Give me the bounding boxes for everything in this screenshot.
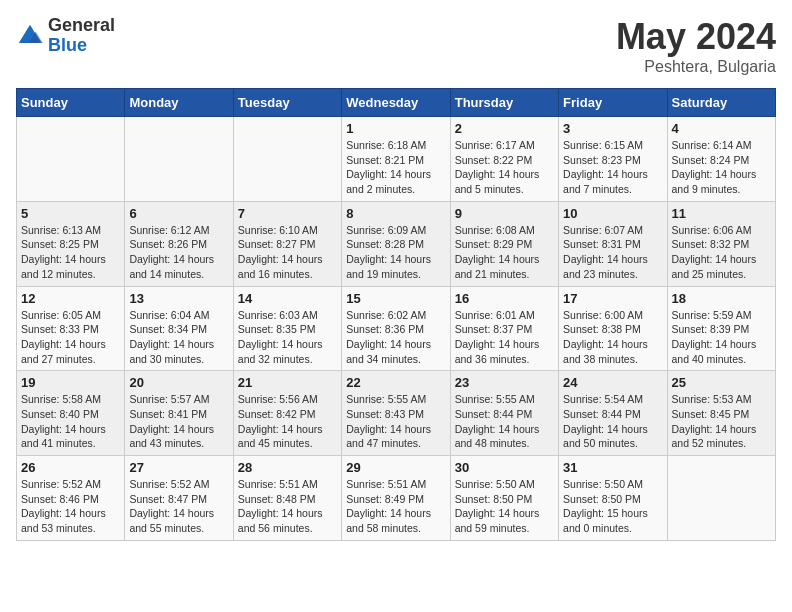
- header: General Blue May 2024 Peshtera, Bulgaria: [16, 16, 776, 76]
- day-number: 29: [346, 460, 445, 475]
- day-number: 11: [672, 206, 771, 221]
- calendar-cell: 15Sunrise: 6:02 AMSunset: 8:36 PMDayligh…: [342, 286, 450, 371]
- header-wednesday: Wednesday: [342, 89, 450, 117]
- day-number: 6: [129, 206, 228, 221]
- location-subtitle: Peshtera, Bulgaria: [616, 58, 776, 76]
- calendar-cell: 29Sunrise: 5:51 AMSunset: 8:49 PMDayligh…: [342, 456, 450, 541]
- calendar-header-row: Sunday Monday Tuesday Wednesday Thursday…: [17, 89, 776, 117]
- calendar-cell: 3Sunrise: 6:15 AMSunset: 8:23 PMDaylight…: [559, 117, 667, 202]
- calendar-cell: 11Sunrise: 6:06 AMSunset: 8:32 PMDayligh…: [667, 201, 775, 286]
- day-info: Sunrise: 6:06 AMSunset: 8:32 PMDaylight:…: [672, 223, 771, 282]
- calendar-week-2: 5Sunrise: 6:13 AMSunset: 8:25 PMDaylight…: [17, 201, 776, 286]
- calendar-cell: [233, 117, 341, 202]
- day-info: Sunrise: 5:53 AMSunset: 8:45 PMDaylight:…: [672, 392, 771, 451]
- calendar-cell: 16Sunrise: 6:01 AMSunset: 8:37 PMDayligh…: [450, 286, 558, 371]
- day-number: 2: [455, 121, 554, 136]
- day-number: 9: [455, 206, 554, 221]
- month-year-title: May 2024: [616, 16, 776, 58]
- logo: General Blue: [16, 16, 115, 56]
- day-number: 27: [129, 460, 228, 475]
- day-number: 24: [563, 375, 662, 390]
- calendar-cell: 22Sunrise: 5:55 AMSunset: 8:43 PMDayligh…: [342, 371, 450, 456]
- day-number: 30: [455, 460, 554, 475]
- day-info: Sunrise: 6:07 AMSunset: 8:31 PMDaylight:…: [563, 223, 662, 282]
- calendar-cell: 17Sunrise: 6:00 AMSunset: 8:38 PMDayligh…: [559, 286, 667, 371]
- day-info: Sunrise: 5:51 AMSunset: 8:48 PMDaylight:…: [238, 477, 337, 536]
- calendar-cell: 23Sunrise: 5:55 AMSunset: 8:44 PMDayligh…: [450, 371, 558, 456]
- day-info: Sunrise: 5:54 AMSunset: 8:44 PMDaylight:…: [563, 392, 662, 451]
- day-info: Sunrise: 6:02 AMSunset: 8:36 PMDaylight:…: [346, 308, 445, 367]
- day-number: 13: [129, 291, 228, 306]
- day-info: Sunrise: 6:14 AMSunset: 8:24 PMDaylight:…: [672, 138, 771, 197]
- calendar-week-5: 26Sunrise: 5:52 AMSunset: 8:46 PMDayligh…: [17, 456, 776, 541]
- day-number: 23: [455, 375, 554, 390]
- calendar-week-1: 1Sunrise: 6:18 AMSunset: 8:21 PMDaylight…: [17, 117, 776, 202]
- calendar-cell: 4Sunrise: 6:14 AMSunset: 8:24 PMDaylight…: [667, 117, 775, 202]
- calendar-week-3: 12Sunrise: 6:05 AMSunset: 8:33 PMDayligh…: [17, 286, 776, 371]
- calendar-cell: 26Sunrise: 5:52 AMSunset: 8:46 PMDayligh…: [17, 456, 125, 541]
- day-number: 31: [563, 460, 662, 475]
- day-info: Sunrise: 6:03 AMSunset: 8:35 PMDaylight:…: [238, 308, 337, 367]
- day-info: Sunrise: 5:55 AMSunset: 8:43 PMDaylight:…: [346, 392, 445, 451]
- day-info: Sunrise: 5:52 AMSunset: 8:46 PMDaylight:…: [21, 477, 120, 536]
- day-number: 10: [563, 206, 662, 221]
- day-info: Sunrise: 5:58 AMSunset: 8:40 PMDaylight:…: [21, 392, 120, 451]
- calendar-cell: 27Sunrise: 5:52 AMSunset: 8:47 PMDayligh…: [125, 456, 233, 541]
- calendar-cell: 13Sunrise: 6:04 AMSunset: 8:34 PMDayligh…: [125, 286, 233, 371]
- day-number: 25: [672, 375, 771, 390]
- logo-blue-text: Blue: [48, 36, 115, 56]
- header-tuesday: Tuesday: [233, 89, 341, 117]
- calendar-cell: 31Sunrise: 5:50 AMSunset: 8:50 PMDayligh…: [559, 456, 667, 541]
- day-number: 21: [238, 375, 337, 390]
- calendar-cell: 25Sunrise: 5:53 AMSunset: 8:45 PMDayligh…: [667, 371, 775, 456]
- day-number: 12: [21, 291, 120, 306]
- day-info: Sunrise: 6:18 AMSunset: 8:21 PMDaylight:…: [346, 138, 445, 197]
- day-number: 19: [21, 375, 120, 390]
- day-number: 16: [455, 291, 554, 306]
- calendar-cell: 2Sunrise: 6:17 AMSunset: 8:22 PMDaylight…: [450, 117, 558, 202]
- calendar-cell: 14Sunrise: 6:03 AMSunset: 8:35 PMDayligh…: [233, 286, 341, 371]
- calendar-cell: 9Sunrise: 6:08 AMSunset: 8:29 PMDaylight…: [450, 201, 558, 286]
- calendar-cell: 20Sunrise: 5:57 AMSunset: 8:41 PMDayligh…: [125, 371, 233, 456]
- header-thursday: Thursday: [450, 89, 558, 117]
- title-area: May 2024 Peshtera, Bulgaria: [616, 16, 776, 76]
- day-info: Sunrise: 5:51 AMSunset: 8:49 PMDaylight:…: [346, 477, 445, 536]
- day-info: Sunrise: 6:17 AMSunset: 8:22 PMDaylight:…: [455, 138, 554, 197]
- calendar-week-4: 19Sunrise: 5:58 AMSunset: 8:40 PMDayligh…: [17, 371, 776, 456]
- day-info: Sunrise: 6:15 AMSunset: 8:23 PMDaylight:…: [563, 138, 662, 197]
- day-number: 22: [346, 375, 445, 390]
- day-info: Sunrise: 6:08 AMSunset: 8:29 PMDaylight:…: [455, 223, 554, 282]
- calendar-cell: 12Sunrise: 6:05 AMSunset: 8:33 PMDayligh…: [17, 286, 125, 371]
- calendar-cell: 19Sunrise: 5:58 AMSunset: 8:40 PMDayligh…: [17, 371, 125, 456]
- day-number: 15: [346, 291, 445, 306]
- day-info: Sunrise: 6:10 AMSunset: 8:27 PMDaylight:…: [238, 223, 337, 282]
- calendar-cell: 18Sunrise: 5:59 AMSunset: 8:39 PMDayligh…: [667, 286, 775, 371]
- day-info: Sunrise: 5:57 AMSunset: 8:41 PMDaylight:…: [129, 392, 228, 451]
- day-number: 7: [238, 206, 337, 221]
- day-info: Sunrise: 6:05 AMSunset: 8:33 PMDaylight:…: [21, 308, 120, 367]
- day-info: Sunrise: 6:13 AMSunset: 8:25 PMDaylight:…: [21, 223, 120, 282]
- day-info: Sunrise: 6:12 AMSunset: 8:26 PMDaylight:…: [129, 223, 228, 282]
- logo-text: General Blue: [48, 16, 115, 56]
- day-info: Sunrise: 5:55 AMSunset: 8:44 PMDaylight:…: [455, 392, 554, 451]
- day-info: Sunrise: 6:09 AMSunset: 8:28 PMDaylight:…: [346, 223, 445, 282]
- day-info: Sunrise: 5:50 AMSunset: 8:50 PMDaylight:…: [455, 477, 554, 536]
- day-number: 3: [563, 121, 662, 136]
- calendar-cell: 28Sunrise: 5:51 AMSunset: 8:48 PMDayligh…: [233, 456, 341, 541]
- calendar-cell: 6Sunrise: 6:12 AMSunset: 8:26 PMDaylight…: [125, 201, 233, 286]
- calendar-cell: [17, 117, 125, 202]
- calendar-cell: [125, 117, 233, 202]
- calendar-cell: 8Sunrise: 6:09 AMSunset: 8:28 PMDaylight…: [342, 201, 450, 286]
- header-sunday: Sunday: [17, 89, 125, 117]
- logo-icon: [16, 22, 44, 50]
- day-number: 17: [563, 291, 662, 306]
- calendar-cell: 30Sunrise: 5:50 AMSunset: 8:50 PMDayligh…: [450, 456, 558, 541]
- calendar-cell: 5Sunrise: 6:13 AMSunset: 8:25 PMDaylight…: [17, 201, 125, 286]
- day-info: Sunrise: 5:52 AMSunset: 8:47 PMDaylight:…: [129, 477, 228, 536]
- day-number: 4: [672, 121, 771, 136]
- calendar-cell: [667, 456, 775, 541]
- calendar-table: Sunday Monday Tuesday Wednesday Thursday…: [16, 88, 776, 541]
- day-info: Sunrise: 5:56 AMSunset: 8:42 PMDaylight:…: [238, 392, 337, 451]
- day-info: Sunrise: 5:59 AMSunset: 8:39 PMDaylight:…: [672, 308, 771, 367]
- calendar-cell: 21Sunrise: 5:56 AMSunset: 8:42 PMDayligh…: [233, 371, 341, 456]
